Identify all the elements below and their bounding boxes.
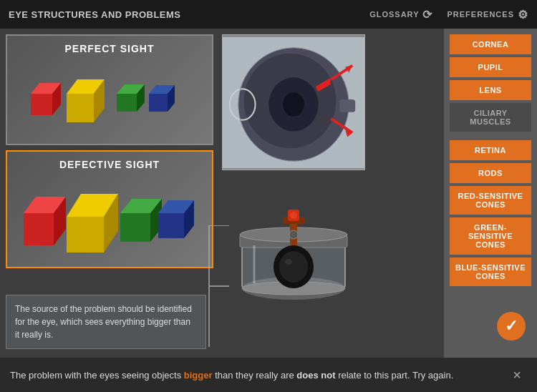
eye-diagram-svg — [223, 36, 364, 169]
top-bar: EYE STRUCTURES AND PROBLEMS GLOSSARY ⟳ P… — [0, 0, 537, 29]
svg-marker-3 — [67, 94, 94, 122]
lens-button[interactable]: LENS — [450, 80, 531, 100]
svg-marker-0 — [31, 94, 52, 115]
preferences-label: PREFERENCES — [447, 10, 514, 19]
svg-marker-21 — [158, 213, 184, 238]
feedback-bar: The problem with the eyes seeing objects… — [0, 358, 537, 392]
feedback-highlight: bigger — [184, 370, 213, 381]
svg-marker-18 — [120, 213, 150, 242]
top-bar-controls: GLOSSARY ⟳ PREFERENCES ⚙ — [369, 8, 528, 21]
svg-marker-15 — [67, 217, 104, 253]
perfect-sight-box: PERFECT SIGHT — [6, 34, 213, 145]
svg-point-48 — [289, 230, 298, 239]
main-content: PERFECT SIGHT — [0, 29, 537, 358]
perfect-sight-cubes — [16, 58, 203, 137]
feedback-bold: does not — [296, 370, 335, 381]
defective-sight-cubes — [16, 170, 203, 263]
close-feedback-button[interactable]: × — [507, 364, 527, 386]
description-box: The source of the problem should be iden… — [6, 295, 206, 349]
svg-point-45 — [285, 259, 292, 265]
check-icon: ✓ — [505, 317, 518, 335]
svg-point-44 — [279, 251, 308, 283]
check-button[interactable]: ✓ — [497, 312, 526, 340]
rods-button[interactable]: RODS — [450, 163, 531, 183]
defective-sight-box: DEFECTIVE SIGHT — [6, 150, 213, 268]
preferences-button[interactable]: PREFERENCES ⚙ — [447, 8, 528, 21]
svg-marker-6 — [117, 94, 137, 112]
ciliary-muscles-button[interactable]: CILIARY MUSCLES — [450, 103, 531, 132]
retina-section-label: RETINA — [450, 140, 531, 160]
right-panel: CORNEA PUPIL LENS CILIARY MUSCLES RETINA… — [444, 29, 537, 358]
description-text: The source of the problem should be iden… — [15, 304, 192, 340]
green-sensitive-cones-button[interactable]: GREEN-SENSITIVE CONES — [450, 217, 531, 255]
svg-rect-37 — [339, 99, 355, 112]
glossary-label: GLOSSARY — [369, 10, 419, 19]
glossary-button[interactable]: GLOSSARY ⟳ — [369, 8, 432, 21]
perfect-sight-label: PERFECT SIGHT — [7, 43, 212, 54]
cornea-button[interactable]: CORNEA — [450, 34, 531, 54]
eye-diagram — [222, 34, 365, 170]
blue-sensitive-cones-button[interactable]: BLUE-SENSITIVE CONES — [450, 258, 531, 286]
feedback-text: The problem with the eyes seeing objects… — [10, 370, 507, 381]
pupil-button[interactable]: PUPIL — [450, 57, 531, 77]
feedback-prefix: The problem with the eyes seeing objects — [10, 370, 184, 381]
gear-icon: ⚙ — [518, 8, 528, 21]
defective-sight-label: DEFECTIVE SIGHT — [7, 159, 212, 170]
eye-model — [222, 168, 365, 311]
eye-model-svg — [226, 170, 362, 310]
svg-point-50 — [290, 212, 297, 219]
page-title: EYE STRUCTURES AND PROBLEMS — [9, 9, 181, 20]
svg-marker-12 — [24, 213, 54, 245]
svg-point-28 — [283, 92, 304, 117]
left-panel: PERFECT SIGHT — [0, 29, 444, 358]
red-sensitive-cones-button[interactable]: RED-SENSITIVE CONES — [450, 186, 531, 215]
feedback-middle: than they really are — [213, 370, 297, 381]
svg-marker-9 — [149, 94, 168, 112]
glossary-icon: ⟳ — [422, 8, 432, 21]
feedback-suffix: relate to this part. Try again. — [336, 370, 454, 381]
